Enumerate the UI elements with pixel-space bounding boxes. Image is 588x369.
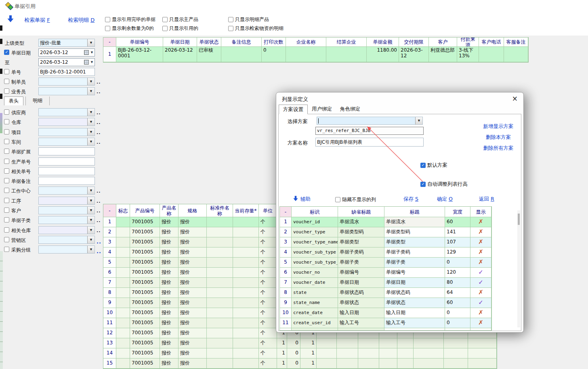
table-row[interactable]: 1BJB-26-03-12-00012026-03-12已审核01180.002… — [103, 47, 528, 62]
column-header[interactable]: 规格 — [178, 204, 207, 217]
filter-date-input[interactable]: 2026-03-12▼ — [38, 58, 95, 66]
grid-row[interactable]: 4voucher_sub_type单据子类码单据子类码129✗ — [280, 247, 491, 258]
x-icon[interactable]: ✗ — [478, 248, 483, 256]
filter-checkbox[interactable] — [4, 88, 9, 94]
filter-checkbox[interactable] — [4, 247, 9, 252]
more-options-dots[interactable]: .. — [97, 239, 101, 245]
filter-checkbox[interactable] — [4, 237, 9, 242]
toolbar-option-checkbox[interactable] — [105, 26, 110, 31]
column-header[interactable]: 产品名称 — [160, 204, 178, 217]
hide-columns-checkbox[interactable] — [335, 197, 340, 202]
filter-checkbox[interactable] — [4, 109, 9, 115]
hide-columns-option[interactable]: 隐藏不显示的列 — [335, 196, 376, 203]
save-button[interactable]: 保存 S — [403, 196, 418, 203]
toolbar-option-checkbox[interactable] — [105, 17, 110, 22]
filter-combobox[interactable]: ▼ — [38, 236, 95, 244]
dialog-tab-inactive[interactable]: 用户绑定 — [308, 105, 336, 114]
filter-text-input[interactable]: BJB-26-03-12-0001 — [38, 68, 95, 76]
column-header[interactable]: 客服备注 — [504, 38, 528, 47]
more-options-dots[interactable]: .. — [97, 208, 101, 214]
toolbar-option-checkbox[interactable] — [228, 26, 233, 31]
grid-row[interactable]: 11create_user_id输入工号输入工号0✗ — [280, 318, 491, 328]
grid-scrollbar-thumb[interactable] — [518, 214, 520, 225]
filter-combobox[interactable]: ▼ — [38, 128, 95, 136]
grid-row[interactable]: 6voucher_no单据编号单据编号120✓ — [280, 268, 491, 278]
more-options-dots[interactable]: .. — [97, 199, 101, 204]
assist-arrow-icon[interactable] — [293, 196, 298, 203]
option-checkbox[interactable] — [420, 182, 426, 187]
filter-checkbox[interactable] — [4, 139, 9, 144]
column-header[interactable]: - — [103, 204, 116, 217]
column-header[interactable]: 付款来源 — [457, 38, 479, 47]
more-options-dots[interactable]: .. — [97, 80, 101, 85]
filter-combobox[interactable]: ▼ — [38, 138, 95, 146]
toolbar-option[interactable]: 只显示引用的 — [162, 25, 198, 32]
grid-row[interactable]: 1voucher_id单据流水单据流水60✗ — [280, 217, 491, 227]
filter-combobox[interactable]: 报价-批量▼ — [38, 39, 95, 47]
filter-checkbox[interactable] — [4, 168, 9, 174]
chevron-down-icon[interactable]: ▼ — [87, 197, 94, 204]
check-icon[interactable]: ✓ — [478, 268, 483, 276]
filter-checkbox[interactable] — [4, 159, 9, 164]
scheme-select-combobox[interactable]: ▼ — [317, 117, 423, 125]
auto-row-height-option[interactable]: 自动调整列表行高 — [420, 181, 468, 188]
filter-checkbox[interactable] — [4, 198, 9, 203]
toolbar-option-checkbox[interactable] — [228, 17, 233, 22]
more-options-dots[interactable]: .. — [97, 140, 101, 145]
chevron-down-icon[interactable]: ▼ — [87, 138, 94, 145]
toolbar-option[interactable]: 只显示明细产品 — [228, 16, 269, 23]
more-options-dots[interactable]: .. — [97, 89, 101, 94]
column-header[interactable]: 打印次数 — [262, 38, 286, 47]
filter-checkbox[interactable] — [4, 149, 9, 154]
more-options-dots[interactable]: .. — [97, 248, 101, 254]
grid-column-header[interactable]: 宽度 — [445, 207, 470, 217]
dialog-close-icon[interactable]: × — [512, 95, 518, 102]
column-header[interactable]: 产品编号 — [130, 204, 160, 217]
filter-checkbox[interactable] — [4, 227, 9, 233]
filter-text-input[interactable] — [38, 157, 95, 166]
filter-combobox[interactable]: ▼ — [38, 197, 95, 205]
chevron-down-icon[interactable]: ▼ — [87, 109, 94, 116]
filter-combobox[interactable]: ▼ — [38, 108, 95, 116]
dialog-tab-inactive[interactable]: 角色绑定 — [336, 105, 364, 114]
chevron-down-icon[interactable]: ▼ — [87, 187, 94, 194]
filter-combobox[interactable]: ▼ — [38, 245, 95, 254]
filter-combobox[interactable]: ▼ — [38, 78, 95, 86]
calendar-icon[interactable] — [84, 60, 89, 65]
column-header[interactable]: 单据金额 — [367, 38, 399, 47]
filter-checkbox[interactable] — [4, 217, 9, 222]
filter-date-input[interactable]: 2026-03-12▼ — [38, 48, 95, 57]
table-row[interactable]: 147001005报价报价个101 — [103, 348, 497, 359]
column-header[interactable]: 单据状态 — [197, 38, 221, 47]
filter-combobox[interactable]: ▼ — [38, 118, 95, 126]
filter-checkbox[interactable] — [4, 129, 9, 134]
grid-row[interactable]: 2voucher_type单据类型码单据类型码141✗ — [280, 227, 491, 237]
grid-row[interactable]: 3voucher_type_name单据类型单据类型107✗ — [280, 237, 491, 247]
table-row[interactable]: 137001005报价报价个101 — [103, 338, 497, 348]
x-icon[interactable]: ✗ — [478, 319, 483, 326]
grid-row[interactable]: 7voucher_date单据日期单据日期80✓ — [280, 278, 491, 288]
filter-text-input[interactable] — [38, 177, 95, 185]
grid-column-header[interactable]: - — [280, 207, 292, 217]
more-options-dots[interactable]: .. — [97, 120, 101, 125]
column-header[interactable]: 客户 — [429, 38, 457, 47]
option-checkbox[interactable] — [420, 163, 426, 168]
grid-row[interactable]: 5voucher_sub_type_name单据子类单据子类0✗ — [280, 258, 491, 268]
delete-all-schemes-link[interactable]: 删除所有方案 — [478, 145, 519, 152]
column-header[interactable]: 标志 — [116, 204, 130, 217]
toolbar-option[interactable]: 只显示主产品 — [162, 16, 198, 23]
more-options-dots[interactable]: .. — [97, 110, 101, 115]
filter-combobox[interactable]: ▼ — [38, 87, 95, 95]
chevron-down-icon[interactable]: ▼ — [87, 88, 94, 95]
back-button[interactable]: 返回 R — [479, 196, 494, 203]
dialog-tab-active[interactable]: 方案设置 — [279, 105, 308, 114]
filter-checkbox[interactable] — [4, 119, 9, 124]
retrieve-arrow-icon[interactable] — [7, 15, 14, 24]
column-header[interactable]: 标准件名称 — [207, 204, 233, 217]
grid-column-header[interactable]: 标识 — [292, 207, 338, 217]
calendar-icon[interactable] — [84, 50, 89, 55]
table-row[interactable]: 157001005报价报价个101 — [103, 359, 497, 369]
filter-checkbox[interactable] — [4, 178, 9, 183]
grid-row[interactable]: 8state单据状态码单据状态码64✗ — [280, 288, 491, 298]
delete-scheme-link[interactable]: 删除本方案 — [478, 134, 519, 141]
